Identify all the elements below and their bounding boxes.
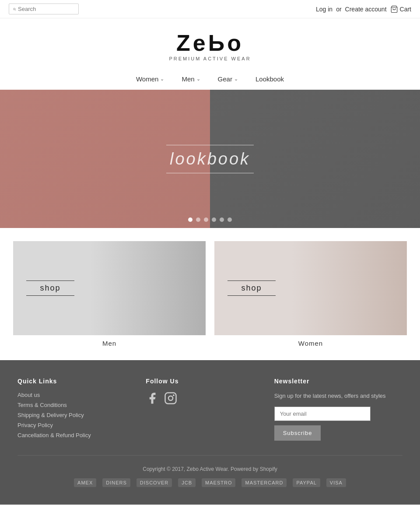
svg-point-1 bbox=[168, 396, 173, 400]
nav-item-women[interactable]: Women ⌄ bbox=[136, 75, 164, 83]
copyright-text: Copyright © 2017, Zebo Active Wear. Powe… bbox=[18, 466, 402, 472]
nav-item-men[interactable]: Men ⌄ bbox=[182, 75, 200, 83]
shop-card-men-name: Men bbox=[102, 340, 116, 347]
hero-line-top bbox=[166, 145, 254, 145]
hero-title: lookbook bbox=[166, 150, 254, 168]
shop-card-men[interactable]: shop bbox=[13, 241, 206, 335]
footer-follow: Follow Us bbox=[146, 378, 274, 442]
payment-discover: DISCOVER bbox=[136, 478, 172, 487]
cart-area[interactable]: Cart bbox=[390, 5, 411, 13]
cart-label: Cart bbox=[400, 6, 411, 13]
hero-dot-5[interactable] bbox=[220, 217, 224, 222]
chevron-down-icon-men: ⌄ bbox=[196, 76, 200, 82]
instagram-icon[interactable] bbox=[164, 392, 177, 407]
hero-dots bbox=[188, 217, 232, 222]
hero-dot-4[interactable] bbox=[212, 217, 216, 222]
nav-label-men: Men bbox=[182, 75, 194, 83]
nav-item-lookbook[interactable]: Lookbook bbox=[256, 75, 284, 83]
nav-label-lookbook: Lookbook bbox=[256, 75, 284, 83]
or-separator: or bbox=[336, 6, 341, 13]
payment-diners: DINERS bbox=[102, 478, 130, 487]
payment-jcb: JCB bbox=[178, 478, 196, 487]
newsletter-heading: Newsletter bbox=[274, 378, 402, 385]
nav-item-gear[interactable]: Gear ⌄ bbox=[218, 75, 238, 83]
create-account-link[interactable]: Create account bbox=[345, 6, 387, 13]
facebook-icon[interactable] bbox=[146, 392, 159, 407]
nav-label-gear: Gear bbox=[218, 75, 232, 83]
search-form[interactable] bbox=[9, 4, 79, 14]
cart-icon bbox=[390, 5, 398, 13]
footer-link-terms[interactable]: Terms & Conditions bbox=[18, 402, 146, 408]
newsletter-text: Sign up for the latest news, offers and … bbox=[274, 392, 402, 400]
follow-heading: Follow Us bbox=[146, 378, 274, 385]
hero-dot-3[interactable] bbox=[204, 217, 208, 222]
payment-amex: AMEX bbox=[74, 478, 96, 487]
hero-dot-1[interactable] bbox=[188, 217, 192, 222]
search-icon bbox=[13, 6, 16, 12]
chevron-down-icon-gear: ⌄ bbox=[234, 76, 238, 82]
quick-links-heading: Quick Links bbox=[18, 378, 146, 385]
shop-card-women-line-bottom bbox=[228, 295, 276, 296]
footer-bottom: Copyright © 2017, Zebo Active Wear. Powe… bbox=[18, 455, 402, 491]
logo-text[interactable]: ZeЬo bbox=[0, 32, 420, 54]
search-input[interactable] bbox=[18, 6, 75, 12]
shop-card-women-label: shop bbox=[228, 284, 276, 293]
subscribe-button[interactable]: Subscribe bbox=[274, 425, 321, 441]
hero-overlay: lookbook bbox=[166, 145, 254, 173]
nav-bar: Women ⌄ Men ⌄ Gear ⌄ Lookbook bbox=[0, 70, 420, 90]
email-input[interactable] bbox=[274, 407, 371, 421]
shop-card-men-content: shop bbox=[13, 281, 88, 296]
shop-card-women-line-top bbox=[228, 281, 276, 281]
payment-icons: AMEX DINERS DISCOVER JCB MAESTRO MASTERC… bbox=[18, 478, 402, 487]
svg-rect-0 bbox=[165, 393, 176, 404]
logo-area: ZeЬo PREMIUM ACTIVE WEAR bbox=[0, 18, 420, 70]
shop-cards: shop Men shop Women bbox=[0, 228, 420, 360]
shop-card-women[interactable]: shop bbox=[214, 241, 407, 335]
footer-link-shipping[interactable]: Shipping & Delivery Policy bbox=[18, 412, 146, 418]
footer-link-privacy[interactable]: Privacy Policy bbox=[18, 422, 146, 428]
footer-newsletter: Newsletter Sign up for the latest news, … bbox=[274, 378, 402, 442]
payment-paypal: PAYPAL bbox=[293, 478, 320, 487]
shop-card-men-label: shop bbox=[26, 284, 74, 293]
top-bar: Log in or Create account Cart bbox=[0, 0, 420, 18]
footer-link-about[interactable]: About us bbox=[18, 392, 146, 398]
shop-card-men-line-top bbox=[26, 281, 74, 281]
payment-maestro: MAESTRO bbox=[202, 478, 235, 487]
nav-label-women: Women bbox=[136, 75, 158, 83]
hero-dot-6[interactable] bbox=[228, 217, 232, 222]
footer-social-links bbox=[146, 392, 274, 407]
chevron-down-icon-women: ⌄ bbox=[160, 76, 164, 82]
hero-line-bottom bbox=[166, 173, 254, 173]
shop-card-women-content: shop bbox=[214, 281, 289, 296]
shop-card-women-name: Women bbox=[298, 340, 323, 347]
footer: Quick Links About us Terms & Conditions … bbox=[0, 360, 420, 505]
payment-mastercard: MASTERCARD bbox=[242, 478, 287, 487]
shop-card-men-line-bottom bbox=[26, 295, 74, 296]
login-link[interactable]: Log in bbox=[316, 6, 332, 13]
hero-slider: lookbook bbox=[0, 90, 420, 228]
payment-visa: VISA bbox=[326, 478, 346, 487]
top-bar-right: Log in or Create account Cart bbox=[316, 5, 411, 13]
footer-quick-links: Quick Links About us Terms & Conditions … bbox=[18, 378, 146, 442]
hero-dot-2[interactable] bbox=[196, 217, 200, 222]
svg-point-2 bbox=[173, 394, 175, 396]
footer-columns: Quick Links About us Terms & Conditions … bbox=[18, 378, 402, 442]
footer-link-cancellation[interactable]: Cancellation & Refund Policy bbox=[18, 432, 146, 438]
logo-subtitle: PREMIUM ACTIVE WEAR bbox=[0, 56, 420, 61]
